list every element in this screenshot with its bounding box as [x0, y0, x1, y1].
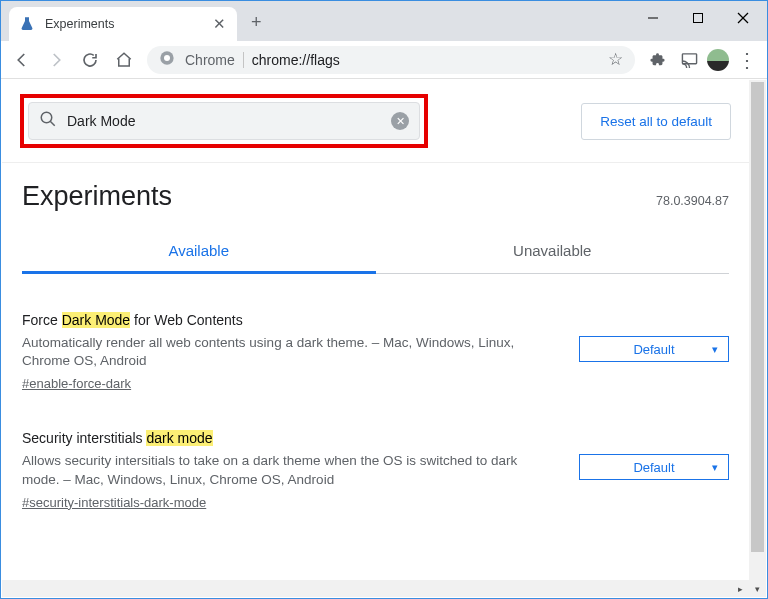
url-path: chrome://flags [252, 52, 340, 68]
chrome-icon [159, 50, 175, 70]
tab-unavailable[interactable]: Unavailable [376, 242, 730, 273]
extensions-icon[interactable] [643, 46, 671, 74]
page-content: ✕ Reset all to default Experiments 78.0.… [2, 80, 749, 580]
window-controls [630, 1, 765, 35]
tab-available[interactable]: Available [22, 242, 376, 274]
home-button[interactable] [109, 45, 139, 75]
search-icon [39, 110, 57, 132]
flag-item: Force Dark Mode for Web Contents Automat… [22, 312, 729, 392]
search-input[interactable] [67, 113, 381, 129]
scroll-right-arrow[interactable]: ▸ [732, 580, 749, 597]
heading-row: Experiments 78.0.3904.87 [2, 163, 749, 218]
flask-icon [19, 16, 35, 32]
vertical-scrollbar[interactable]: ▾ [749, 80, 766, 597]
flag-description: Automatically render all web contents us… [22, 334, 542, 370]
maximize-button[interactable] [675, 1, 720, 35]
search-box[interactable]: ✕ [28, 102, 420, 140]
svg-point-5 [164, 55, 170, 61]
browser-tab[interactable]: Experiments ✕ [9, 7, 237, 41]
flag-anchor-link[interactable]: #enable-force-dark [22, 376, 131, 391]
cast-icon[interactable] [675, 46, 703, 74]
search-highlight-box: ✕ [20, 94, 428, 148]
window-close-button[interactable] [720, 1, 765, 35]
tab-close-button[interactable]: ✕ [211, 15, 227, 33]
flag-dropdown[interactable]: Default [579, 454, 729, 480]
tab-title: Experiments [45, 17, 201, 31]
version-text: 78.0.3904.87 [656, 194, 729, 208]
scroll-down-arrow[interactable]: ▾ [749, 580, 766, 597]
flag-title: Force Dark Mode for Web Contents [22, 312, 729, 328]
flag-item: Security interstitials dark mode Allows … [22, 430, 729, 510]
star-icon[interactable]: ☆ [608, 49, 623, 70]
svg-rect-1 [693, 14, 702, 23]
horizontal-scrollbar[interactable]: ▸ [2, 580, 749, 597]
address-bar[interactable]: Chrome chrome://flags ☆ [147, 46, 635, 74]
reload-button[interactable] [75, 45, 105, 75]
svg-point-7 [41, 112, 52, 123]
svg-line-8 [50, 121, 55, 126]
flag-description: Allows security intersitials to take on … [22, 452, 542, 488]
search-row: ✕ Reset all to default [2, 80, 749, 163]
forward-button[interactable] [41, 45, 71, 75]
profile-avatar[interactable] [707, 49, 729, 71]
reset-all-button[interactable]: Reset all to default [581, 103, 731, 140]
flag-dropdown[interactable]: Default [579, 336, 729, 362]
url-divider [243, 52, 244, 68]
titlebar: Experiments ✕ + [1, 1, 767, 41]
minimize-button[interactable] [630, 1, 675, 35]
svg-rect-6 [682, 54, 696, 64]
url-text: Chrome chrome://flags [185, 52, 340, 68]
back-button[interactable] [7, 45, 37, 75]
url-host: Chrome [185, 52, 235, 68]
results: Force Dark Mode for Web Contents Automat… [2, 274, 749, 511]
flag-anchor-link[interactable]: #security-interstitials-dark-mode [22, 495, 206, 510]
scrollbar-thumb[interactable] [751, 82, 764, 552]
new-tab-button[interactable]: + [251, 12, 262, 33]
page-title: Experiments [22, 181, 172, 212]
toolbar: Chrome chrome://flags ☆ ⋮ [1, 41, 767, 79]
menu-button[interactable]: ⋮ [733, 48, 761, 72]
clear-search-button[interactable]: ✕ [391, 112, 409, 130]
tabs: Available Unavailable [22, 242, 729, 274]
flag-title: Security interstitials dark mode [22, 430, 729, 446]
